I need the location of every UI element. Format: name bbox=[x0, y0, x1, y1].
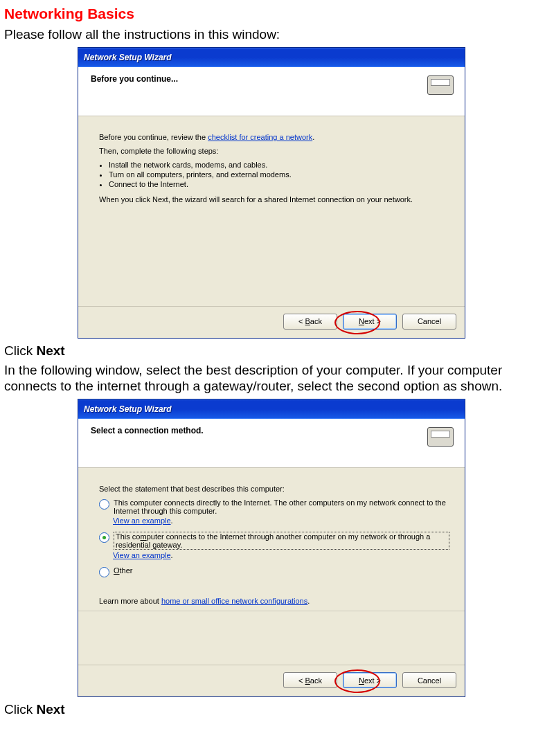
wizard1-title: Network Setup Wizard bbox=[84, 53, 172, 62]
click-next-2b: Next bbox=[36, 702, 64, 717]
intro-text: Please follow all the instructions in th… bbox=[4, 26, 532, 43]
opt2a: This co bbox=[116, 532, 140, 541]
radio-option-3[interactable]: Other bbox=[99, 566, 449, 577]
list-item: Connect to the Internet. bbox=[109, 180, 449, 188]
checklist-link[interactable]: checklist for creating a network bbox=[208, 133, 312, 141]
radio-option-2-text: This computer connects to the Internet t… bbox=[114, 532, 449, 550]
period: . bbox=[171, 551, 173, 559]
click-next-1b: Next bbox=[36, 343, 64, 358]
learn-more-link[interactable]: home or small office network configurati… bbox=[161, 597, 307, 605]
wizard2-prompt: Select the statement that best describes… bbox=[99, 485, 449, 493]
list-item: Turn on all computers, printers, and ext… bbox=[109, 170, 449, 179]
back-button[interactable]: < Back bbox=[283, 314, 337, 330]
wizard1-p2: Then, complete the following steps: bbox=[99, 147, 449, 155]
next-button[interactable]: Next > bbox=[343, 314, 397, 330]
wizard2-buttons: < Back Next > Cancel bbox=[78, 665, 465, 696]
wizard1-header-title: Before you continue... bbox=[91, 74, 178, 111]
next-post: ext > bbox=[364, 676, 381, 685]
wizard2-header: Select a connection method. bbox=[78, 419, 465, 468]
page-heading: Networking Basics bbox=[4, 6, 532, 22]
cancel-button[interactable]: Cancel bbox=[402, 314, 456, 330]
cancel-button[interactable]: Cancel bbox=[402, 672, 456, 688]
click-next-1a: Click bbox=[4, 343, 36, 358]
list-item: Install the network cards, modems, and c… bbox=[109, 161, 449, 169]
back-post: ack bbox=[310, 676, 322, 685]
wizard2-header-title: Select a connection method. bbox=[91, 426, 204, 463]
network-icon bbox=[422, 426, 455, 455]
next-u: N bbox=[359, 317, 364, 325]
view-example-1-link[interactable]: View an example bbox=[113, 516, 171, 525]
wizard1-bullets: Install the network cards, modems, and c… bbox=[99, 161, 449, 188]
radio-icon[interactable] bbox=[99, 499, 109, 510]
learn-more: Learn more about home or small office ne… bbox=[99, 597, 449, 605]
wizard1-buttons: < Back Next > Cancel bbox=[78, 306, 465, 338]
printer-icon bbox=[422, 74, 455, 103]
next-button[interactable]: Next > bbox=[343, 672, 397, 688]
back-pre: < bbox=[298, 676, 305, 685]
wizard1: Network Setup Wizard Before you continue… bbox=[78, 47, 465, 339]
period: . bbox=[171, 516, 173, 525]
opt2b: puter connects to the Internet through a… bbox=[116, 532, 430, 549]
radio-icon[interactable] bbox=[99, 567, 109, 577]
wizard1-header: Before you continue... bbox=[78, 67, 465, 116]
learn-a: Learn more about bbox=[99, 597, 161, 605]
wizard1-titlebar: Network Setup Wizard bbox=[78, 48, 465, 67]
radio-option-3-text: Other bbox=[114, 566, 449, 575]
wizard1-p1: Before you continue, review the checklis… bbox=[99, 133, 449, 141]
back-post: ack bbox=[310, 317, 322, 325]
wizard1-p1a: Before you continue, review the bbox=[99, 133, 208, 141]
wizard2: Network Setup Wizard Select a connection… bbox=[78, 399, 465, 697]
para2: In the following window, select the best… bbox=[4, 362, 532, 395]
wizard1-p3: When you click Next, the wizard will sea… bbox=[99, 195, 449, 204]
wizard1-p1b: . bbox=[312, 133, 314, 141]
view-example-2-link[interactable]: View an example bbox=[113, 551, 171, 559]
click-next-1: Click Next bbox=[4, 343, 532, 359]
back-u: B bbox=[305, 317, 310, 325]
wizard1-body: Before you continue, review the checklis… bbox=[78, 116, 465, 306]
radio-option-1[interactable]: This computer connects directly to the I… bbox=[99, 498, 449, 515]
radio-icon[interactable] bbox=[99, 532, 109, 543]
back-u: B bbox=[305, 676, 310, 685]
opt3p: ther bbox=[120, 566, 133, 575]
next-u: N bbox=[359, 676, 364, 685]
wizard2-titlebar: Network Setup Wizard bbox=[78, 399, 465, 419]
next-post: ext > bbox=[364, 317, 381, 325]
click-next-2: Click Next bbox=[4, 701, 532, 718]
wizard2-body: Select the statement that best describes… bbox=[78, 468, 465, 665]
divider bbox=[78, 611, 465, 611]
back-pre: < bbox=[298, 317, 305, 325]
opt2u: m bbox=[140, 532, 146, 541]
learn-b: . bbox=[307, 597, 310, 605]
radio-option-1-text: This computer connects directly to the I… bbox=[114, 498, 449, 515]
opt3u: O bbox=[114, 566, 120, 575]
radio-option-2[interactable]: This computer connects to the Internet t… bbox=[99, 532, 449, 550]
click-next-2a: Click bbox=[4, 702, 36, 717]
back-button[interactable]: < Back bbox=[283, 672, 337, 688]
wizard2-title: Network Setup Wizard bbox=[84, 404, 172, 414]
